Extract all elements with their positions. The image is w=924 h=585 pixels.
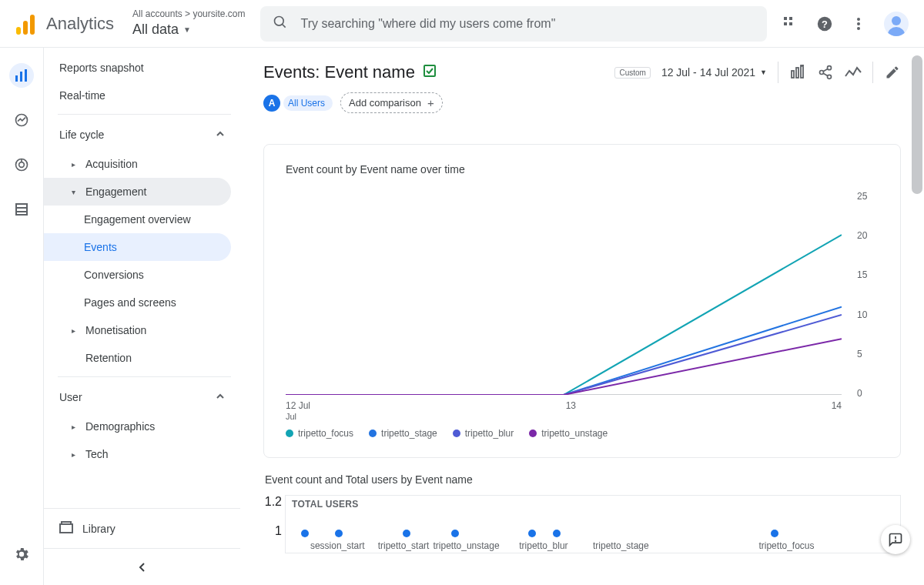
scatter-dot[interactable] [451,530,459,537]
segment-badge: A [263,95,280,112]
svg-point-38 [896,540,896,541]
rail-reports-icon[interactable] [9,63,34,88]
app-header: Analytics All accounts > yoursite.com Al… [0,0,924,48]
plus-icon: + [427,96,434,109]
svg-point-11 [857,18,860,21]
nav-pages-screens[interactable]: Pages and screens [44,289,231,316]
chart-y-axis: 25 20 15 10 5 0 [848,191,879,399]
verified-icon [423,62,437,82]
property-picker[interactable]: All accounts > yoursite.com All data ▼ [132,8,245,38]
rail-admin-icon[interactable] [9,542,34,567]
scatter-dot[interactable] [528,530,536,537]
add-comparison-button[interactable]: Add comparison + [340,92,443,113]
nav-library[interactable]: Library [44,508,240,548]
svg-rect-29 [796,68,798,78]
rail-explore-icon[interactable] [9,108,34,132]
customize-report-icon[interactable] [789,64,806,81]
nav-monetisation[interactable]: ▸Monetisation [44,316,231,344]
svg-rect-17 [20,72,22,82]
legend-item[interactable]: tripetto_unstage [529,428,608,439]
search-icon [273,15,288,33]
nav-collapse-button[interactable] [44,548,240,585]
feedback-button[interactable] [881,525,910,554]
legend-item[interactable]: tripetto_blur [453,428,514,439]
icon-rail [0,48,44,585]
nav-acquisition[interactable]: ▸Acquisition [44,150,231,178]
svg-rect-27 [424,65,435,76]
scatter-title: Event count and Total users by Event nam… [265,473,899,486]
account-avatar[interactable] [884,12,909,36]
scatter-dot[interactable] [301,530,309,537]
svg-point-33 [828,75,832,79]
svg-rect-18 [25,69,27,82]
edit-icon[interactable] [884,64,901,81]
apps-icon[interactable] [782,15,799,32]
svg-rect-23 [16,204,27,215]
nav-tech[interactable]: ▸Tech [44,440,231,468]
chart-title: Event count by Event name over time [286,163,879,176]
svg-rect-0 [16,27,21,35]
share-icon[interactable] [817,64,834,81]
breadcrumb-main: All data [132,21,179,38]
breadcrumb-top: All accounts > yoursite.com [132,8,245,21]
help-icon[interactable]: ? [816,15,833,32]
legend-item[interactable]: tripetto_focus [286,428,353,439]
svg-point-14 [892,16,901,25]
svg-rect-5 [784,17,787,20]
search-input[interactable]: Try searching "where did my users come f… [260,6,767,42]
scatter-card: Event count and Total users by Event nam… [263,473,901,553]
search-placeholder: Try searching "where did my users come f… [300,17,555,31]
nav-section-life-cycle[interactable]: Life cycle [44,119,240,150]
library-icon [59,521,73,536]
nav-conversions[interactable]: Conversions [44,261,231,289]
nav-engagement[interactable]: ▾Engagement [44,178,231,206]
svg-line-34 [823,69,828,71]
svg-point-15 [888,27,905,36]
nav-events[interactable]: Events [44,233,231,261]
rail-advertising-icon[interactable] [9,152,34,177]
svg-rect-7 [784,22,787,25]
svg-rect-28 [792,71,794,78]
analytics-logo-icon [11,8,42,39]
scatter-dot[interactable] [335,530,343,537]
line-chart [286,195,842,395]
nav-demographics[interactable]: ▸Demographics [44,413,231,440]
nav-real-time[interactable]: Real-time [44,82,231,109]
scatter-dot[interactable] [553,530,561,537]
svg-point-31 [828,66,832,70]
svg-rect-2 [30,15,35,35]
more-icon[interactable] [850,15,867,32]
svg-rect-16 [15,75,18,82]
nav-reports-snapshot[interactable]: Reports snapshot [44,54,231,82]
scatter-dot[interactable] [403,530,410,537]
scatter-dot[interactable] [771,530,778,537]
nav-retention[interactable]: Retention [44,344,231,372]
scatter-label: tripetto_blur [519,540,567,551]
left-nav: Reports snapshot Real-time Life cycle ▸A… [44,48,240,585]
svg-line-35 [823,73,828,75]
svg-rect-1 [23,21,28,35]
legend-item[interactable]: tripetto_stage [369,428,437,439]
scatter-header: TOTAL USERS [292,499,359,510]
scatter-label: tripetto_unstage [434,540,500,551]
svg-line-4 [283,24,286,27]
segment-all-users[interactable]: All Users [283,95,333,111]
page-title: Events: Event name [263,62,415,82]
svg-point-3 [275,16,284,25]
insights-icon[interactable] [845,64,862,81]
nav-engagement-overview[interactable]: Engagement overview [44,206,231,233]
svg-point-13 [857,27,860,30]
rail-configure-icon[interactable] [9,197,34,222]
chart-x-axis: 12 JulJul 13 14 [286,400,842,422]
nav-section-user[interactable]: User [44,382,240,413]
svg-rect-30 [801,65,803,78]
main-content: Events: Event name Custom 12 Jul - 14 Ju… [240,48,924,585]
scatter-y-axis: 1.2 1 [263,495,282,553]
chart-card: Event count by Event name over time 25 2… [263,144,901,458]
chart-legend: tripetto_focustripetto_stagetripetto_blu… [286,428,879,439]
date-range-picker[interactable]: 12 Jul - 14 Jul 2021 ▼ [661,66,767,79]
app-name: Analytics [46,14,114,34]
caret-down-icon: ▼ [760,69,767,76]
svg-point-32 [820,71,824,75]
scrollbar[interactable] [912,55,922,194]
